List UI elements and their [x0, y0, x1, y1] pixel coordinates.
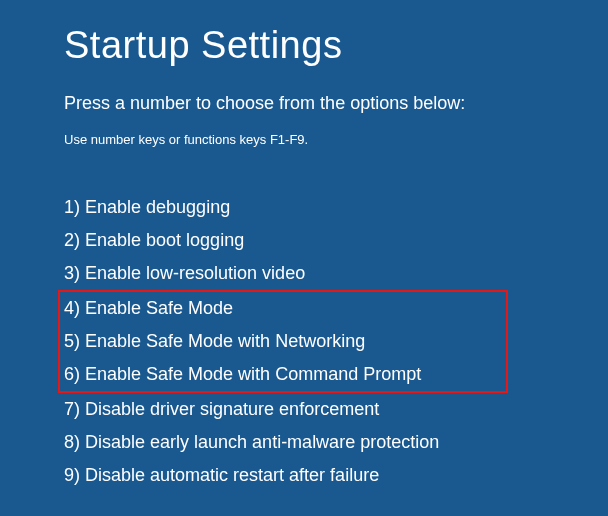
option-disable-early-launch-anti-malware[interactable]: 8) Disable early launch anti-malware pro… — [64, 426, 544, 459]
option-enable-debugging[interactable]: 1) Enable debugging — [64, 191, 544, 224]
option-number: 6 — [64, 364, 74, 384]
option-label: Disable early launch anti-malware protec… — [85, 432, 439, 452]
option-label: Enable Safe Mode — [85, 298, 233, 318]
option-label: Enable boot logging — [85, 230, 244, 250]
option-number: 4 — [64, 298, 74, 318]
option-disable-automatic-restart[interactable]: 9) Disable automatic restart after failu… — [64, 459, 544, 492]
option-number: 7 — [64, 399, 74, 419]
instruction-hint: Use number keys or functions keys F1-F9. — [64, 132, 544, 147]
option-label: Enable Safe Mode with Command Prompt — [85, 364, 421, 384]
option-number: 9 — [64, 465, 74, 485]
option-enable-safe-mode[interactable]: 4) Enable Safe Mode — [64, 292, 502, 325]
option-number: 3 — [64, 263, 74, 283]
option-label: Disable automatic restart after failure — [85, 465, 379, 485]
option-number: 5 — [64, 331, 74, 351]
safe-mode-highlight-box: 4) Enable Safe Mode 5) Enable Safe Mode … — [58, 290, 508, 393]
startup-options-list: 1) Enable debugging 2) Enable boot loggi… — [64, 191, 544, 492]
option-label: Disable driver signature enforcement — [85, 399, 379, 419]
page-title: Startup Settings — [64, 24, 544, 67]
option-disable-driver-signature-enforcement[interactable]: 7) Disable driver signature enforcement — [64, 393, 544, 426]
option-number: 1 — [64, 197, 74, 217]
option-label: Enable low-resolution video — [85, 263, 305, 283]
option-label: Enable Safe Mode with Networking — [85, 331, 365, 351]
option-number: 2 — [64, 230, 74, 250]
option-enable-safe-mode-command-prompt[interactable]: 6) Enable Safe Mode with Command Prompt — [64, 358, 502, 391]
option-enable-low-resolution-video[interactable]: 3) Enable low-resolution video — [64, 257, 544, 290]
option-number: 8 — [64, 432, 74, 452]
option-enable-safe-mode-networking[interactable]: 5) Enable Safe Mode with Networking — [64, 325, 502, 358]
instruction-subtitle: Press a number to choose from the option… — [64, 93, 544, 114]
option-enable-boot-logging[interactable]: 2) Enable boot logging — [64, 224, 544, 257]
option-label: Enable debugging — [85, 197, 230, 217]
